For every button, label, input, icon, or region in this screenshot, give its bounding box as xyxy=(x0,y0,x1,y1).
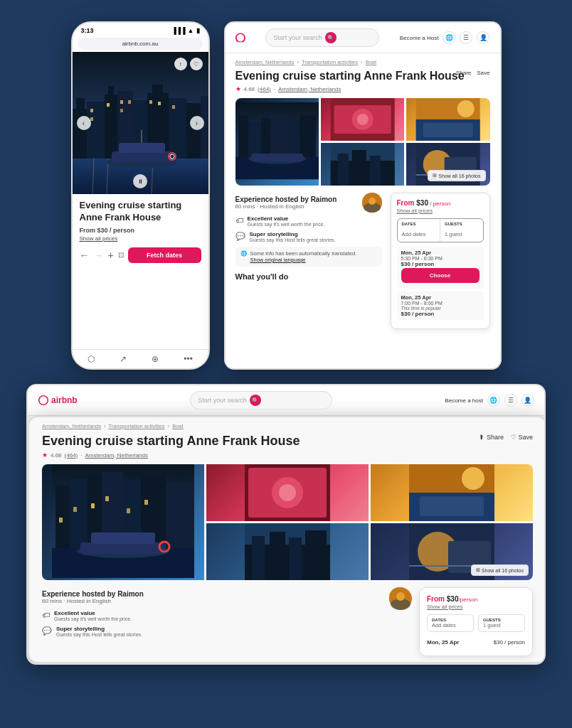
svg-rect-53 xyxy=(351,150,366,186)
phone-address-bar[interactable]: airbnb.com.au xyxy=(78,38,203,50)
bottom-show-all-photos-btn[interactable]: ⊞ Show all 16 photos xyxy=(471,564,529,576)
breadcrumb-type[interactable]: Boat xyxy=(366,59,376,65)
bottom-photo-5[interactable] xyxy=(371,464,533,521)
show-original-link[interactable]: Show original language xyxy=(250,257,306,263)
bottom-rating: 4.68 xyxy=(51,452,62,459)
svg-point-84 xyxy=(279,484,296,501)
bottom-share-save: ⬆ Share ♡ Save xyxy=(479,434,533,441)
bookmark-icon[interactable]: ⊕ xyxy=(152,354,159,364)
home-icon[interactable]: ⬡ xyxy=(88,354,95,364)
forward-icon[interactable]: → xyxy=(94,250,104,261)
bottom-save-btn[interactable]: ♡ Save xyxy=(511,434,533,441)
svg-rect-5 xyxy=(108,86,114,95)
feature2-desc: Guests say this Host tells great stories… xyxy=(250,237,336,242)
breadcrumb-category[interactable]: Transportation activities xyxy=(302,59,358,65)
svg-rect-92 xyxy=(270,532,285,580)
phone-hero-image: ‹ › ↑ ♡ ⏸ xyxy=(73,52,208,194)
dates-field[interactable]: DATES Add dates xyxy=(398,219,441,242)
fetch-dates-button[interactable]: Fetch dates xyxy=(128,247,201,263)
svg-rect-70 xyxy=(59,518,63,523)
svg-point-48 xyxy=(457,100,475,117)
bottom-star-icon: ★ xyxy=(42,451,48,459)
share-button[interactable]: Share xyxy=(456,70,471,76)
svg-rect-94 xyxy=(305,530,327,580)
bottom-breadcrumb-category[interactable]: Transportation activities xyxy=(109,423,165,429)
airbnb-logo xyxy=(235,33,245,43)
share-save-actions: Share Save xyxy=(456,70,490,76)
next-image-btn[interactable]: › xyxy=(190,116,204,130)
more-icon[interactable]: ••• xyxy=(184,354,193,364)
share-icon[interactable]: ↗ xyxy=(120,354,127,364)
svg-rect-72 xyxy=(91,503,95,508)
host-title: Experience hosted by Raimon xyxy=(235,196,337,203)
slot1-date: Mon, 25 Apr xyxy=(401,250,480,256)
bottom-user-icon[interactable]: 👤 xyxy=(521,394,534,407)
bottom-globe-icon[interactable]: 🌐 xyxy=(487,394,500,407)
bottom-host-duration: 60 mins · Hosted in English xyxy=(42,598,144,604)
bottom-show-prices[interactable]: Show all prices xyxy=(427,604,525,610)
bottom-photo-3[interactable] xyxy=(206,523,369,580)
menu-icon[interactable]: ☰ xyxy=(460,31,472,44)
price-value: $30 xyxy=(97,227,108,234)
add-icon[interactable]: + xyxy=(108,250,114,261)
bottom-host-title: Experience hosted by Raimon xyxy=(42,590,144,598)
bottom-search-icon[interactable]: 🔍 xyxy=(250,395,261,406)
heart-icon[interactable]: ♡ xyxy=(190,58,203,70)
signal-icon: ▐▐▐ xyxy=(171,27,185,34)
booking-col: From $30 / person Show all prices DATES … xyxy=(391,193,490,329)
dates-value: Add dates xyxy=(402,231,426,237)
phone-listing-title: Evening cruise starting Anne Frank House xyxy=(80,200,201,224)
search-icon[interactable]: 🔍 xyxy=(325,32,337,43)
show-all-photos-btn[interactable]: ⊞ Show all 16 photos xyxy=(428,170,485,181)
svg-rect-54 xyxy=(369,156,380,186)
time-slot-1[interactable]: Mon, 25 Apr 5:30 PM - 6:30 PM $30 / pers… xyxy=(397,247,484,289)
globe-icon[interactable]: 🌐 xyxy=(443,31,455,44)
bottom-reviews[interactable]: (464) xyxy=(65,452,78,459)
bottom-breadcrumb-city[interactable]: Amsterdam, Netherlands xyxy=(42,423,101,429)
bottom-tablet-mockup: airbnb Start your search 🔍 Become a host… xyxy=(26,384,546,665)
svg-rect-71 xyxy=(73,507,77,512)
story-icon: 💬 xyxy=(235,232,245,241)
bottom-guests-field[interactable]: GUESTS 1 guest xyxy=(478,614,525,632)
become-host-link[interactable]: Become a Host xyxy=(400,35,439,41)
photo-2[interactable] xyxy=(321,98,404,141)
bottom-location[interactable]: Amsterdam, Netherlands xyxy=(85,452,148,459)
choose-button[interactable]: Choose xyxy=(401,268,480,283)
tabs-icon[interactable]: ⊡ xyxy=(118,251,124,259)
back-icon[interactable]: ← xyxy=(80,250,90,261)
bottom-story-icon: 💬 xyxy=(42,626,52,636)
feature-storytelling: 💬 Super storytelling Guests say this Hos… xyxy=(235,231,382,242)
photo-3[interactable] xyxy=(321,143,404,186)
review-count[interactable]: (464) xyxy=(258,86,271,92)
slot2-time: 7:00 PM - 8:00 PM xyxy=(401,301,480,306)
phone-address: airbnb.com.au xyxy=(122,41,159,47)
bottom-dates-field[interactable]: DATES Add dates xyxy=(427,614,474,632)
photo-main[interactable] xyxy=(235,98,319,186)
user-icon[interactable]: 👤 xyxy=(477,31,489,44)
prev-image-btn[interactable]: ‹ xyxy=(77,116,91,130)
bottom-photo-2[interactable] xyxy=(206,464,369,521)
bottom-share-btn[interactable]: ⬆ Share xyxy=(479,434,504,441)
bottom-become-host-link[interactable]: Become a host xyxy=(445,397,483,404)
save-button[interactable]: Save xyxy=(477,70,489,76)
breadcrumb-city[interactable]: Amsterdam, Netherlands xyxy=(235,59,295,65)
photo-5[interactable] xyxy=(406,98,489,141)
translate-note: 🌐 Some info has been automatically trans… xyxy=(235,247,382,267)
bottom-logo-text: airbnb xyxy=(51,395,78,405)
bottom-breadcrumb-type[interactable]: Boat xyxy=(172,423,183,429)
bottom-photo-main[interactable] xyxy=(42,464,204,580)
time-slot-2[interactable]: Mon, 25 Apr 7:00 PM - 8:00 PM This time … xyxy=(397,291,484,320)
bottom-host-avatar xyxy=(389,587,409,607)
search-bar[interactable]: Start your search 🔍 xyxy=(265,28,379,47)
upload-icon[interactable]: ↑ xyxy=(174,58,187,70)
booking-show-prices[interactable]: Show all prices xyxy=(397,208,484,214)
bottom-search-bar[interactable]: Start your search 🔍 xyxy=(190,391,332,410)
pause-btn[interactable]: ⏸ xyxy=(133,174,147,188)
guests-field[interactable]: GUESTS 1 guest xyxy=(440,219,483,242)
show-all-prices-link[interactable]: Show all prices xyxy=(80,235,201,242)
svg-rect-91 xyxy=(252,536,265,580)
bottom-menu-icon[interactable]: ☰ xyxy=(504,394,517,407)
svg-rect-74 xyxy=(127,508,130,513)
location-link[interactable]: Amsterdam, Netherlands xyxy=(278,86,341,92)
wifi-icon: ▲ xyxy=(188,27,194,34)
